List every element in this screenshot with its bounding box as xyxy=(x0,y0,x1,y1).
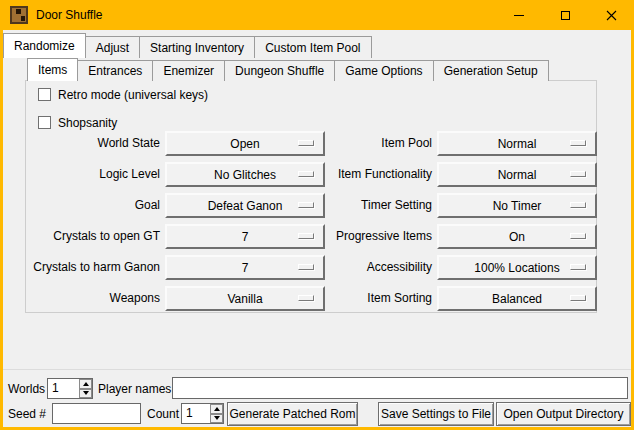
item-sorting-dropdown[interactable]: Balanced xyxy=(437,286,597,311)
arrow-down-icon xyxy=(214,416,220,420)
progressive-items-dropdown[interactable]: On xyxy=(437,224,597,249)
dropdown-indicator-icon xyxy=(570,202,586,208)
open-output-directory-button[interactable]: Open Output Directory xyxy=(496,402,631,426)
item-sorting-label: Item Sorting xyxy=(300,286,432,311)
arrow-up-icon xyxy=(83,382,89,386)
tab-items[interactable]: Items xyxy=(27,58,78,81)
dropdown-indicator-icon xyxy=(570,295,586,301)
door-app-icon xyxy=(10,6,28,24)
timer-setting-dropdown[interactable]: No Timer xyxy=(437,193,597,218)
goal-label: Goal xyxy=(30,193,160,218)
arrow-down-icon xyxy=(83,391,89,395)
spin-up-button[interactable] xyxy=(210,404,223,414)
item-functionality-label: Item Functionality xyxy=(300,162,432,187)
close-button[interactable] xyxy=(588,0,634,30)
spin-down-button[interactable] xyxy=(210,414,223,424)
tab-dungeon-shuffle[interactable]: Dungeon Shuffle xyxy=(224,60,335,81)
crystals-harm-ganon-label: Crystals to harm Ganon xyxy=(30,255,160,280)
item-pool-label: Item Pool xyxy=(300,131,432,156)
shopsanity-checkbox-row[interactable]: Shopsanity xyxy=(38,115,117,130)
item-pool-dropdown[interactable]: Normal xyxy=(437,131,597,156)
dropdown-indicator-icon xyxy=(570,264,586,270)
tab-starting-inventory[interactable]: Starting Inventory xyxy=(139,36,255,58)
maximize-icon xyxy=(561,11,570,20)
secondary-tab-bar: Items Entrances Enemizer Dungeon Shuffle… xyxy=(27,58,549,81)
panel-divider xyxy=(3,369,631,370)
tab-adjust[interactable]: Adjust xyxy=(85,36,140,58)
worlds-spinner[interactable]: 1 xyxy=(47,378,93,399)
generate-patched-rom-button[interactable]: Generate Patched Rom xyxy=(227,402,358,426)
arrow-up-icon xyxy=(214,407,220,411)
seed-label: Seed # xyxy=(8,403,46,425)
dropdown-indicator-icon xyxy=(570,233,586,239)
tab-randomize[interactable]: Randomize xyxy=(3,33,86,58)
checkbox-label: Shopsanity xyxy=(58,116,117,130)
accessibility-dropdown[interactable]: 100% Locations xyxy=(437,255,597,280)
door-shuffle-window: Door Shuffle Randomize Adjust Starting I… xyxy=(0,0,634,430)
spin-down-button[interactable] xyxy=(79,389,92,399)
tab-custom-item-pool[interactable]: Custom Item Pool xyxy=(254,36,371,58)
checkbox[interactable] xyxy=(38,116,51,129)
worlds-label: Worlds xyxy=(8,378,45,400)
window-title: Door Shuffle xyxy=(36,8,103,22)
item-functionality-dropdown[interactable]: Normal xyxy=(437,162,597,187)
count-spinner[interactable]: 1 xyxy=(181,403,224,424)
progressive-items-label: Progressive Items xyxy=(300,224,432,249)
spin-up-button[interactable] xyxy=(79,379,92,389)
player-names-input[interactable] xyxy=(172,377,628,399)
world-state-label: World State xyxy=(30,131,160,156)
title-bar[interactable]: Door Shuffle xyxy=(0,0,634,30)
minimize-icon xyxy=(514,15,524,16)
seed-input[interactable] xyxy=(52,403,141,424)
tab-generation-setup[interactable]: Generation Setup xyxy=(433,60,549,81)
save-settings-button[interactable]: Save Settings to File xyxy=(378,402,494,426)
close-icon xyxy=(606,10,617,21)
maximize-button[interactable] xyxy=(542,0,588,30)
retro-mode-checkbox-row[interactable]: Retro mode (universal keys) xyxy=(38,87,208,102)
checkbox[interactable] xyxy=(38,88,51,101)
tab-entrances[interactable]: Entrances xyxy=(77,60,153,81)
timer-setting-label: Timer Setting xyxy=(300,193,432,218)
crystals-open-gt-label: Crystals to open GT xyxy=(30,224,160,249)
checkbox-label: Retro mode (universal keys) xyxy=(58,88,208,102)
player-names-label: Player names xyxy=(98,378,171,400)
dropdown-indicator-icon xyxy=(570,140,586,146)
primary-tab-bar: Randomize Adjust Starting Inventory Cust… xyxy=(3,33,372,58)
tab-enemizer[interactable]: Enemizer xyxy=(152,60,225,81)
accessibility-label: Accessibility xyxy=(300,255,432,280)
count-label: Count xyxy=(147,403,179,425)
weapons-label: Weapons xyxy=(30,286,160,311)
tab-game-options[interactable]: Game Options xyxy=(334,60,433,81)
minimize-button[interactable] xyxy=(496,0,542,30)
dropdown-indicator-icon xyxy=(570,171,586,177)
logic-level-label: Logic Level xyxy=(30,162,160,187)
